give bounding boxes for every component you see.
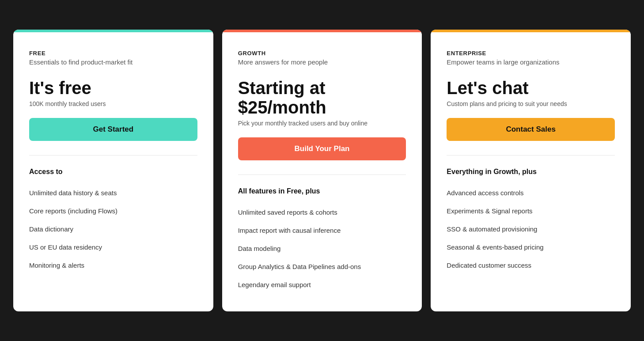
plan-price-note-growth: Pick your monthly tracked users and buy … <box>238 120 406 127</box>
plan-subtitle-enterprise: Empower teams in large organizations <box>447 58 615 66</box>
feature-enterprise-1: Experiments & Signal reports <box>447 202 615 220</box>
feature-free-0: Unlimited data history & seats <box>29 184 197 202</box>
features-bold-enterprise: Growth <box>493 168 518 175</box>
feature-free-3: US or EU data residency <box>29 238 197 256</box>
features-label-enterprise: Everything in Growth, plus <box>447 168 615 176</box>
plan-tier-enterprise: ENTERPRISE <box>447 50 615 57</box>
plan-tier-growth: GROWTH <box>238 50 406 57</box>
feature-growth-1: Impact report with causal inference <box>238 221 406 239</box>
plan-card-enterprise: ENTERPRISE Empower teams in large organi… <box>431 30 631 311</box>
plan-subtitle-growth: More answers for more people <box>238 58 406 66</box>
plan-subtitle-free: Essentials to find product-market fit <box>29 58 197 66</box>
build-your-plan-button[interactable]: Build Your Plan <box>238 137 406 160</box>
plan-card-free: FREE Essentials to find product-market f… <box>13 30 213 311</box>
get-started-button[interactable]: Get Started <box>29 118 197 141</box>
pricing-container: FREE Essentials to find product-market f… <box>13 30 631 311</box>
plan-price-note-free: 100K monthly tracked users <box>29 100 197 107</box>
divider-growth <box>238 174 406 175</box>
features-label-growth: All features in Free, plus <box>238 187 406 195</box>
plan-price-growth: Starting at $25/month <box>238 78 406 117</box>
feature-free-2: Data dictionary <box>29 220 197 238</box>
feature-enterprise-2: SSO & automated provisioning <box>447 220 615 238</box>
feature-growth-2: Data modeling <box>238 239 406 258</box>
features-suffix-growth: , plus <box>302 187 320 195</box>
divider-free <box>29 155 197 155</box>
feature-enterprise-3: Seasonal & events-based pricing <box>447 238 615 256</box>
feature-enterprise-4: Dedicated customer success <box>447 256 615 274</box>
contact-sales-button[interactable]: Contact Sales <box>447 118 615 141</box>
plan-price-enterprise: Let's chat <box>447 78 615 98</box>
features-bold-growth: Free <box>287 187 302 195</box>
feature-growth-3: Group Analytics & Data Pipelines add-ons <box>238 258 406 276</box>
features-prefix-enterprise: Everything in <box>447 168 493 175</box>
plan-price-note-enterprise: Custom plans and pricing to suit your ne… <box>447 100 615 107</box>
feature-enterprise-0: Advanced access controls <box>447 184 615 202</box>
feature-growth-4: Legendary email support <box>238 276 406 294</box>
feature-free-1: Core reports (including Flows) <box>29 202 197 220</box>
features-suffix-enterprise: , plus <box>518 168 537 175</box>
plan-tier-free: FREE <box>29 50 197 57</box>
features-prefix-growth: All features in <box>238 187 287 195</box>
plan-card-growth: GROWTH More answers for more people Star… <box>222 30 422 311</box>
divider-enterprise <box>447 155 615 155</box>
feature-free-4: Monitoring & alerts <box>29 256 197 274</box>
plan-price-free: It's free <box>29 78 197 98</box>
feature-growth-0: Unlimited saved reports & cohorts <box>238 203 406 221</box>
features-label-free: Access to <box>29 168 197 176</box>
